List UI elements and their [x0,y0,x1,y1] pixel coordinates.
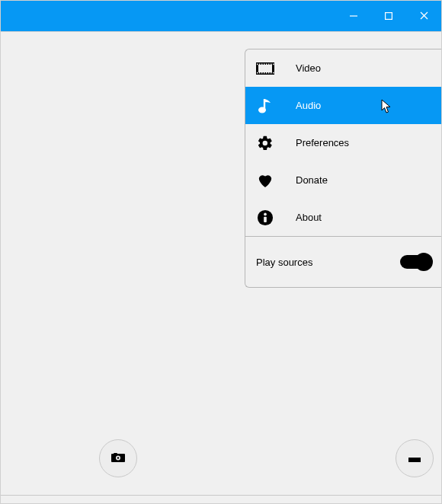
svg-rect-16 [261,72,263,73]
svg-point-29 [117,457,120,459]
bottom-divider [1,495,441,496]
camera-fab[interactable] [99,439,137,477]
svg-rect-7 [259,63,261,65]
film-icon [256,59,274,78]
settings-menu: Video Audio [245,49,441,288]
svg-rect-20 [271,72,272,73]
svg-rect-10 [266,63,267,65]
minus-icon [408,451,421,465]
menu-item-label: Audio [296,100,321,111]
menu-item-audio[interactable]: Audio [245,87,441,124]
svg-rect-21 [273,72,274,73]
info-icon [256,209,274,227]
cursor-icon [381,99,392,116]
minimize-icon [350,9,357,23]
menu-item-donate[interactable]: Donate [245,161,441,199]
music-note-icon [256,97,274,115]
svg-rect-27 [114,453,117,455]
svg-point-24 [264,212,267,215]
menu-item-about[interactable]: About [245,199,441,236]
svg-point-22 [258,107,266,113]
camera-icon [111,451,125,465]
menu-item-label: Donate [296,174,328,186]
svg-rect-19 [268,72,270,73]
close-button[interactable] [406,1,441,31]
close-icon [420,9,428,23]
app-window: Video Audio [0,0,442,504]
svg-rect-12 [271,63,272,65]
svg-rect-18 [266,72,267,73]
minus-fab[interactable] [396,439,434,477]
svg-rect-6 [257,63,258,65]
menu-item-video[interactable]: Video [245,49,441,87]
toggle-label: Play sources [256,257,312,268]
content-area: Video Audio [1,31,441,503]
svg-rect-15 [259,72,261,73]
svg-rect-11 [268,63,270,65]
maximize-icon [385,9,392,23]
menu-item-preferences[interactable]: Preferences [245,124,441,161]
svg-rect-14 [257,72,258,73]
play-sources-row: Play sources [245,237,441,287]
svg-rect-17 [264,72,265,73]
heart-icon [256,171,274,190]
svg-rect-25 [264,216,267,222]
svg-rect-9 [264,63,265,65]
minimize-button[interactable] [336,1,371,31]
menu-item-label: Video [296,62,321,74]
menu-item-label: About [296,212,322,223]
svg-rect-1 [386,13,392,20]
gear-icon [256,134,274,152]
maximize-button[interactable] [371,1,406,31]
svg-rect-5 [258,65,272,72]
svg-rect-8 [261,63,263,65]
svg-rect-30 [408,458,421,462]
play-sources-toggle[interactable] [400,255,431,269]
titlebar [1,1,441,31]
menu-item-label: Preferences [296,137,349,148]
toggle-knob [415,253,433,271]
svg-rect-13 [273,63,274,65]
